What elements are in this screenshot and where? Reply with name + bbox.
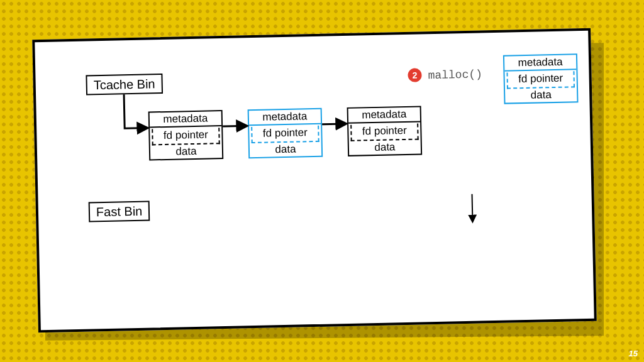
chunk-data: data bbox=[349, 140, 421, 155]
chunk-fd-pointer: fd pointer bbox=[253, 126, 316, 141]
chunk-data: data bbox=[250, 142, 321, 158]
slide-panel: Tcache Bin Fast Bin metadata fd pointer … bbox=[32, 28, 597, 332]
arrow-chunk1-to-chunk2 bbox=[223, 126, 247, 126]
chunk-data: data bbox=[150, 144, 222, 160]
arrow-tcache-to-chunk1 bbox=[124, 94, 147, 129]
chunk-fd-pointer: fd pointer bbox=[509, 72, 572, 87]
chunk-metadata: metadata bbox=[504, 55, 576, 72]
chunk-data: data bbox=[505, 87, 577, 103]
tcache-chunk-3: metadata fd pointer data bbox=[347, 106, 423, 156]
chunk-fd-pointer: fd pointer bbox=[154, 128, 217, 143]
chunk-fd-pointer: fd pointer bbox=[353, 124, 416, 139]
chunk-metadata: metadata bbox=[348, 107, 420, 124]
fast-bin-text: Fast Bin bbox=[96, 204, 143, 219]
chunk-metadata: metadata bbox=[249, 109, 321, 126]
arrow-down-icon bbox=[472, 194, 473, 222]
chunk-metadata: metadata bbox=[150, 111, 221, 128]
tcache-bin-text: Tcache Bin bbox=[94, 77, 155, 92]
tcache-chunk-2: metadata fd pointer data bbox=[248, 108, 323, 159]
tcache-chunk-1: metadata fd pointer data bbox=[148, 110, 224, 161]
arrow-chunk2-to-chunk3 bbox=[322, 124, 346, 124]
page-number: 15 bbox=[629, 349, 638, 358]
step-number: 2 bbox=[412, 70, 417, 80]
allocated-chunk: metadata fd pointer data bbox=[503, 53, 579, 104]
fast-bin-label: Fast Bin bbox=[89, 200, 150, 222]
tcache-bin-label: Tcache Bin bbox=[86, 74, 162, 96]
malloc-call: malloc() bbox=[428, 68, 482, 82]
step-badge: 2 bbox=[408, 68, 421, 82]
